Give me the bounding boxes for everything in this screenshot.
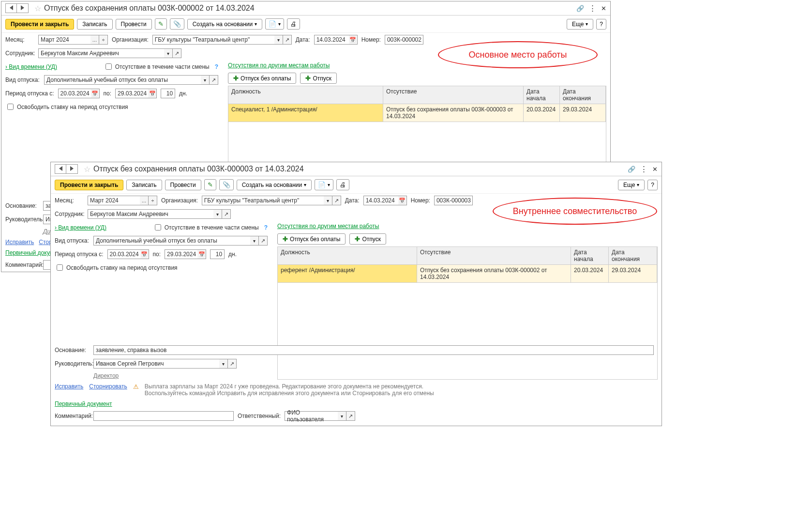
days-input[interactable]: 10 [210,249,225,259]
leave-type-open[interactable] [210,75,218,85]
post-button[interactable]: Провести [116,19,152,30]
help-hint-icon[interactable]: ? [264,224,268,231]
save-button[interactable]: Записать [126,180,162,190]
time-kind-link[interactable]: › Вид времени (УД) [5,63,57,70]
leave-button[interactable]: ✚Отпуск [349,233,386,245]
nav-back-button[interactable] [5,3,17,13]
org-dd-button[interactable]: ▾ [274,35,283,45]
post-button[interactable]: Провести [165,180,201,190]
post-and-close-button[interactable]: Провести и закрыть [55,180,123,190]
copy-button[interactable] [265,18,284,30]
emp-dd-button[interactable]: ▾ [213,209,222,219]
month-input[interactable]: Март 2024 [38,35,90,45]
fix-link[interactable]: Исправить [55,383,83,390]
month-picker-button[interactable]: … [140,196,149,205]
date-to-input[interactable]: 29.03.2024 [165,249,197,259]
org-open-button[interactable] [332,196,341,205]
attach-button[interactable] [170,18,184,30]
free-rate-checkbox[interactable]: Освободить ставку на период отсутствия [55,263,178,272]
date-to-input[interactable]: 29.03.2024 [115,89,148,98]
director-link[interactable]: Директор [93,372,119,379]
responsible-input[interactable]: ФИО пользователя [285,411,338,421]
org-input[interactable]: ГБУ культуры "Театральный центр" [152,35,274,45]
emp-open-button[interactable] [173,48,181,58]
save-button[interactable]: Записать [77,19,112,30]
create-based-button[interactable]: Создать на основании [187,19,263,30]
help-button[interactable]: ? [596,19,606,30]
month-stepper[interactable]: ÷ [99,35,108,45]
basis-input[interactable]: заявление, справка вызов [93,345,654,355]
print-button[interactable] [336,179,349,190]
edit-button[interactable] [204,179,216,190]
primary-doc-link[interactable]: Первичный документ [55,400,112,407]
more-button[interactable]: Еще [567,19,593,30]
table-row[interactable]: референт /Администрация/ Отпуск без сохр… [277,265,658,283]
leave-type-input[interactable]: Дополнительный учебный отпуск без оплаты [93,236,250,246]
resp-open[interactable] [346,411,355,421]
leave-type-input[interactable]: Дополнительный учебный отпуск без оплаты [44,75,201,85]
date-input[interactable]: 14.03.2024 [363,196,398,205]
days-input[interactable]: 10 [161,89,175,98]
date-cal-button[interactable] [398,196,407,205]
absences-link[interactable]: Отсутствия по другим местам работы [228,62,330,69]
month-stepper[interactable]: ÷ [149,196,157,205]
number-input[interactable]: 003К-000003 [434,196,473,205]
part-shift-checkbox[interactable]: Отсутствие в течение части смены [104,62,210,71]
date-cal-button[interactable] [349,35,358,45]
manager-input[interactable]: Иванов Сергей Петрович [93,359,219,369]
number-input[interactable]: 003К-000002 [385,35,423,45]
nav-forward-button[interactable] [66,164,78,174]
comment-input[interactable] [93,411,234,421]
help-button[interactable]: ? [647,180,658,190]
org-dd-button[interactable]: ▾ [324,196,332,205]
time-kind-link[interactable]: › Вид времени (УД) [55,224,106,231]
table-row[interactable]: Специалист, 1 /Администрация/ Отпуск без… [228,104,606,122]
kebab-icon[interactable] [640,165,647,173]
date-input[interactable]: 14.03.2024 [314,35,349,45]
print-button[interactable] [287,18,300,30]
manager-dd[interactable]: ▾ [219,359,228,369]
unpaid-leave-button[interactable]: ✚Отпуск без оплаты [228,73,296,84]
fix-link[interactable]: Исправить [5,239,34,246]
emp-dd-button[interactable]: ▾ [164,48,173,58]
help-hint-icon[interactable]: ? [215,63,218,70]
favorite-icon[interactable]: ☆ [34,4,41,13]
month-input[interactable]: Март 2024 [88,196,140,205]
org-open-button[interactable] [283,35,292,45]
emp-open-button[interactable] [222,209,231,219]
part-shift-checkbox[interactable]: Отсутствие в течение части смены [153,223,259,232]
post-and-close-button[interactable]: Провести и закрыть [5,19,74,30]
close-icon[interactable] [652,166,658,173]
month-picker-button[interactable]: … [90,35,99,45]
manager-open[interactable] [228,359,237,369]
resp-dd[interactable]: ▾ [338,411,346,421]
kebab-icon[interactable] [589,4,596,13]
date-to-cal[interactable] [197,249,206,259]
date-from-cal[interactable] [140,249,149,259]
nav-forward-button[interactable] [17,3,29,13]
date-from-input[interactable]: 20.03.2024 [107,249,140,259]
leave-type-dd[interactable]: ▾ [201,75,210,85]
link-icon[interactable] [576,5,584,12]
storno-link[interactable]: Сторнировать [89,383,127,390]
leave-type-dd[interactable]: ▾ [250,236,259,246]
nav-back-button[interactable] [55,164,66,174]
more-button[interactable]: Еще [618,180,645,190]
favorite-icon[interactable]: ☆ [84,165,90,174]
employee-input[interactable]: Беркутов Максим Андреевич [38,48,164,58]
leave-type-open[interactable] [259,236,268,246]
copy-button[interactable] [315,179,333,190]
date-to-cal[interactable] [148,89,157,98]
link-icon[interactable] [628,166,635,173]
close-icon[interactable] [601,5,606,12]
date-from-cal[interactable] [91,89,100,98]
free-rate-checkbox[interactable]: Освободить ставку на период отсутствия [5,102,128,111]
edit-button[interactable] [155,18,167,30]
create-based-button[interactable]: Создать на основании [237,180,312,190]
attach-button[interactable] [219,179,234,190]
employee-input[interactable]: Беркутов Максим Андреевич [88,209,213,219]
org-input[interactable]: ГБУ культуры "Театральный центр" [202,196,324,205]
date-from-input[interactable]: 20.03.2024 [58,89,91,98]
unpaid-leave-button[interactable]: ✚Отпуск без оплаты [277,233,346,245]
leave-button[interactable]: ✚Отпуск [300,73,336,84]
